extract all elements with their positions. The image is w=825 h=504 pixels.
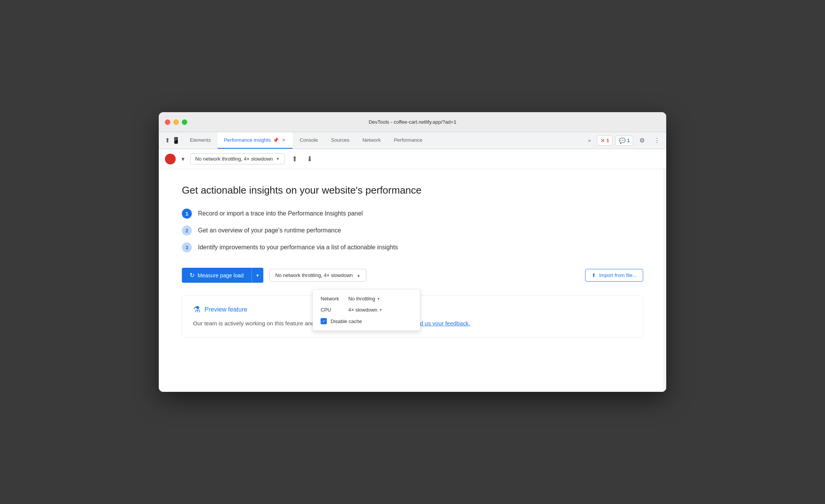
step-2-number: 2 [182, 225, 192, 235]
cpu-value-arrow: ▾ [380, 308, 382, 312]
tab-performance-insights-label: Performance insights [224, 137, 271, 143]
export-button[interactable]: ⬆ [289, 153, 300, 165]
window-title: DevTools - coffee-cart.netlify.app/?ad=1 [369, 119, 456, 125]
devtools-window: DevTools - coffee-cart.netlify.app/?ad=1… [159, 112, 666, 392]
tab-sources-label: Sources [331, 137, 349, 143]
cpu-value: 4× slowdown [348, 307, 378, 313]
message-icon: 💬 [619, 138, 625, 144]
step-1: 1 Record or import a trace into the Perf… [182, 209, 643, 219]
traffic-lights [165, 119, 187, 125]
preview-title: Preview feature [205, 306, 247, 313]
cursor-icon[interactable]: ⬆ [165, 137, 170, 144]
cpu-row: CPU 4× slowdown ▾ [321, 307, 412, 313]
close-tab-icon[interactable]: ✕ [281, 137, 286, 144]
close-button[interactable] [165, 119, 170, 125]
action-row: ↻ Measure page load ▾ No network throttl… [182, 268, 643, 283]
flask-icon: ⚗ [193, 305, 201, 315]
error-icon: ✕ [600, 138, 605, 144]
disable-cache-row: ✓ Disable cache [321, 318, 412, 324]
minimize-button[interactable] [173, 119, 179, 125]
network-value-dropdown[interactable]: No throttling ▾ [348, 296, 379, 302]
page-title: Get actionable insights on your website'… [182, 184, 643, 196]
tab-sources[interactable]: Sources [325, 132, 356, 149]
main-content: Get actionable insights on your website'… [159, 169, 666, 392]
network-dropdown-row-label: Network [321, 296, 344, 302]
step-1-text: Record or import a trace into the Perfor… [198, 210, 363, 217]
throttle-dropdown-panel: Network No throttling ▾ CPU 4× slowdown … [313, 289, 420, 331]
network-throttle-dropdown[interactable]: No network throttling, 4× slowdown ▲ [269, 269, 366, 282]
throttle-dropdown-arrow: ▼ [276, 157, 280, 161]
tab-console-label: Console [299, 137, 318, 143]
scrollbar[interactable] [663, 169, 666, 392]
tab-network[interactable]: Network [356, 132, 387, 149]
measure-page-load-button[interactable]: ↻ Measure page load [182, 268, 251, 283]
message-badge-button[interactable]: 💬 1 [615, 136, 633, 146]
tab-elements-label: Elements [190, 137, 211, 143]
tab-network-label: Network [363, 137, 381, 143]
steps-list: 1 Record or import a trace into the Perf… [182, 209, 643, 252]
more-tabs-button[interactable]: » [585, 136, 594, 145]
record-button[interactable] [165, 154, 176, 164]
step-3-number: 3 [182, 242, 192, 252]
tab-performance[interactable]: Performance [388, 132, 428, 149]
settings-button[interactable]: ⚙ [636, 135, 648, 146]
cpu-value-dropdown[interactable]: 4× slowdown ▾ [348, 307, 382, 313]
import-button[interactable]: ⬇ [304, 153, 315, 165]
network-value-arrow: ▾ [378, 297, 379, 301]
throttle-dropdown[interactable]: No network throttling, 4× slowdown ▼ [190, 153, 285, 164]
throttle-dropdown-label: No network throttling, 4× slowdown [195, 156, 273, 162]
measure-btn-label: Measure page load [198, 272, 244, 279]
refresh-icon: ↻ [190, 272, 195, 279]
network-value: No throttling [348, 296, 375, 302]
measure-dropdown-button[interactable]: ▾ [251, 268, 263, 283]
step-1-number: 1 [182, 209, 192, 219]
cpu-dropdown-row-label: CPU [321, 307, 344, 313]
disable-cache-checkbox[interactable]: ✓ [321, 318, 327, 324]
step-2-text: Get an overview of your page's runtime p… [198, 227, 341, 234]
message-count: 1 [627, 138, 630, 143]
tab-performance-insights[interactable]: Performance insights 📌 ✕ [218, 132, 293, 149]
tab-elements[interactable]: Elements [184, 132, 217, 149]
measure-button-group: ↻ Measure page load ▾ [182, 268, 263, 283]
step-3: 3 Identify improvements to your performa… [182, 242, 643, 252]
maximize-button[interactable] [182, 119, 187, 125]
tabbar-right: » ✕ 1 💬 1 ⚙ ⋮ [585, 132, 663, 149]
toolbar: ▼ No network throttling, 4× slowdown ▼ ⬆… [159, 149, 666, 169]
upload-icon: ⬆ [592, 272, 596, 278]
import-file-label: Import from file... [599, 272, 637, 278]
menu-button[interactable]: ⋮ [651, 135, 663, 146]
tab-console[interactable]: Console [293, 132, 324, 149]
step-3-text: Identify improvements to your performanc… [198, 244, 398, 251]
device-icon[interactable]: 📱 [172, 137, 180, 144]
tabbar: ⬆ 📱 Elements Performance insights 📌 ✕ Co… [159, 132, 666, 149]
titlebar: DevTools - coffee-cart.netlify.app/?ad=1 [159, 112, 666, 132]
import-from-file-button[interactable]: ⬆ Import from file... [585, 269, 643, 282]
network-dropdown-arrow: ▲ [357, 273, 361, 277]
tab-performance-label: Performance [394, 137, 422, 143]
network-dropdown-label: No network throttling, 4× slowdown [275, 272, 353, 278]
error-badge-button[interactable]: ✕ 1 [597, 136, 613, 146]
error-count: 1 [607, 138, 609, 143]
network-row: Network No throttling ▾ [321, 296, 412, 302]
record-dropdown-button[interactable]: ▼ [180, 156, 186, 162]
step-2: 2 Get an overview of your page's runtime… [182, 225, 643, 235]
pin-icon: 📌 [273, 138, 279, 143]
disable-cache-label: Disable cache [331, 318, 362, 324]
